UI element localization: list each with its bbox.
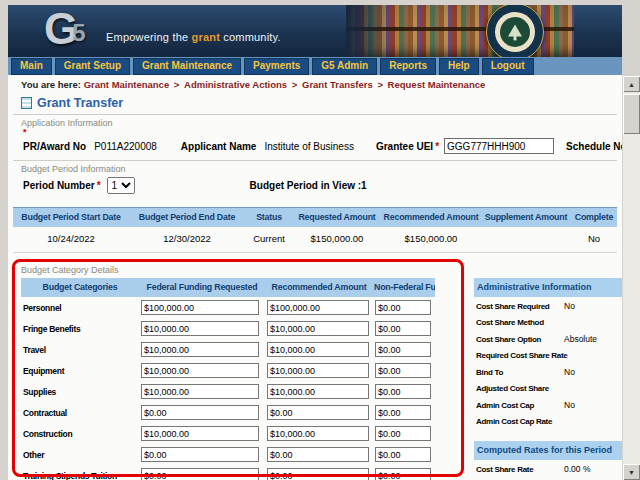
nav-help[interactable]: Help (439, 58, 479, 75)
admin-info-label: Required Cost Share Rate (476, 351, 568, 360)
budget-row-fringe-benefits: Fringe Benefits (21, 318, 435, 339)
nav-payments[interactable]: Payments (244, 58, 309, 75)
personnel-federal-input[interactable] (141, 300, 259, 315)
period-number-label: Period Number (23, 180, 95, 191)
contractual-recommended-input[interactable] (267, 405, 369, 420)
application-information-label: Application Information (13, 118, 617, 128)
category-label: Fringe Benefits (21, 318, 139, 339)
budget-categories-table: Budget Categories Federal Funding Reques… (21, 278, 435, 480)
category-label: Travel (21, 339, 139, 360)
tagline-pre: Empowering the (106, 31, 192, 43)
admin-info-label: Cost Share Required (476, 302, 564, 311)
bp-col-supplement-amount: Supplement Amount (481, 208, 571, 228)
admin-info-label: Admin Cost Cap (476, 401, 564, 410)
other-federal-input[interactable] (141, 447, 259, 462)
equipment-federal-input[interactable] (141, 363, 259, 378)
application-info-row: PR/Award No P011A220008 Applicant Name I… (13, 138, 617, 154)
breadcrumb: You are here: Grant Maintenance > Admini… (13, 79, 617, 90)
breadcrumb-separator: > (377, 79, 383, 90)
grantee-uei-label: Grantee UEI (376, 141, 433, 152)
supplies-recommended-input[interactable] (267, 384, 369, 399)
budget-period-information-label: Budget Period Information (13, 164, 617, 174)
budget-period-in-view-label: Budget Period in View :1 (250, 180, 367, 191)
training-stipends-tuition-recommended-input[interactable] (267, 468, 369, 480)
budget-row-equipment: Equipment (21, 360, 435, 381)
category-label: Training Stipends Tuition (21, 465, 139, 480)
grantee-uei-input[interactable] (444, 138, 554, 154)
budget-category-details-label: Budget Category Details (13, 265, 617, 275)
cat-col-federal-funding: Federal Funding Requested (139, 278, 265, 297)
nav-logout[interactable]: Logout (482, 58, 534, 75)
construction-nonfederal-input[interactable] (375, 426, 431, 441)
required-field-marker: * (13, 130, 617, 135)
breadcrumb-link-request-maintenance[interactable]: Request Maintenance (388, 79, 486, 90)
budget-row-construction: Construction (21, 423, 435, 444)
other-nonfederal-input[interactable] (375, 447, 431, 462)
travel-recommended-input[interactable] (267, 342, 369, 357)
other-recommended-input[interactable] (267, 447, 369, 462)
equipment-recommended-input[interactable] (267, 363, 369, 378)
nav-reports[interactable]: Reports (380, 58, 436, 75)
construction-recommended-input[interactable] (267, 426, 369, 441)
breadcrumb-link-administrative-actions[interactable]: Administrative Actions (184, 79, 287, 90)
budget-period-header-row: Budget Period Start Date Budget Period E… (13, 208, 617, 228)
admin-info-row: Cost Share Required No (474, 297, 622, 314)
supplies-nonfederal-input[interactable] (375, 384, 431, 399)
computed-rates-header: Computed Rates for this Period (474, 441, 622, 460)
personnel-recommended-input[interactable] (267, 300, 369, 315)
computed-rate-row: Cost Share Rate 0.00 % (474, 460, 622, 477)
scroll-up-button[interactable]: ▲ (623, 76, 640, 92)
cat-col-recommended: Recommended Amount (265, 278, 373, 297)
bp-requested-amount-value: $150,000.00 (293, 227, 381, 253)
admin-info-row: Required Cost Share Rate (474, 347, 622, 363)
category-label: Contractual (21, 402, 139, 423)
nav-main[interactable]: Main (11, 58, 52, 75)
scroll-down-button[interactable]: ▼ (623, 464, 640, 480)
admin-info-row: Admin Cost Cap Rate (474, 413, 622, 429)
personnel-nonfederal-input[interactable] (375, 300, 431, 315)
computed-rate-value: 0.00 % (564, 464, 590, 474)
nav-grant-setup[interactable]: Grant Setup (55, 58, 130, 75)
budget-row-personnel: Personnel (21, 297, 435, 318)
page-title: Grant Transfer (37, 96, 123, 110)
fringe-benefits-recommended-input[interactable] (267, 321, 369, 336)
budget-details-section: Budget Categories Federal Funding Reques… (13, 278, 617, 480)
cat-col-categories: Budget Categories (21, 278, 139, 297)
training-stipends-tuition-nonfederal-input[interactable] (375, 468, 431, 480)
breadcrumb-link-grant-maintenance[interactable]: Grant Maintenance (84, 79, 170, 90)
fringe-benefits-federal-input[interactable] (141, 321, 259, 336)
budget-row-travel: Travel (21, 339, 435, 360)
scrollbar-thumb[interactable] (623, 94, 640, 134)
travel-nonfederal-input[interactable] (375, 342, 431, 357)
breadcrumb-link-grant-transfers[interactable]: Grant Transfers (302, 79, 373, 90)
budget-period-data-row: 10/24/2022 12/30/2022 Current $150,000.0… (13, 227, 617, 253)
vertical-scrollbar[interactable]: ▲ ▼ (623, 76, 640, 480)
admin-info-label: Admin Cost Cap Rate (476, 417, 564, 426)
main-nav: Main Grant Setup Grant Maintenance Payme… (8, 57, 622, 75)
construction-federal-input[interactable] (141, 426, 259, 441)
contractual-federal-input[interactable] (141, 405, 259, 420)
budget-row-other: Other (21, 444, 435, 465)
fringe-benefits-nonfederal-input[interactable] (375, 321, 431, 336)
bp-status-value: Current (245, 227, 293, 253)
category-label: Other (21, 444, 139, 465)
budget-row-training-stipends-tuition: Training Stipends Tuition (21, 465, 435, 480)
equipment-nonfederal-input[interactable] (375, 363, 431, 378)
category-label: Personnel (21, 297, 139, 318)
period-number-row: Period Number * 1 Budget Period in View … (13, 177, 617, 194)
tagline-accent: grant (192, 31, 221, 43)
training-stipends-tuition-federal-input[interactable] (141, 468, 259, 480)
category-label: Supplies (21, 381, 139, 402)
applicant-name-label: Applicant Name (181, 141, 257, 152)
budget-row-contractual: Contractual (21, 402, 435, 423)
admin-info-value: No (564, 400, 575, 410)
period-number-select[interactable]: 1 (107, 177, 135, 194)
nav-g5-admin[interactable]: G5 Admin (312, 58, 377, 75)
admin-info-label: Cost Share Method (476, 318, 564, 327)
budget-row-supplies: Supplies (21, 381, 435, 402)
nav-grant-maintenance[interactable]: Grant Maintenance (133, 58, 241, 75)
contractual-nonfederal-input[interactable] (375, 405, 431, 420)
travel-federal-input[interactable] (141, 342, 259, 357)
category-label: Equipment (21, 360, 139, 381)
supplies-federal-input[interactable] (141, 384, 259, 399)
